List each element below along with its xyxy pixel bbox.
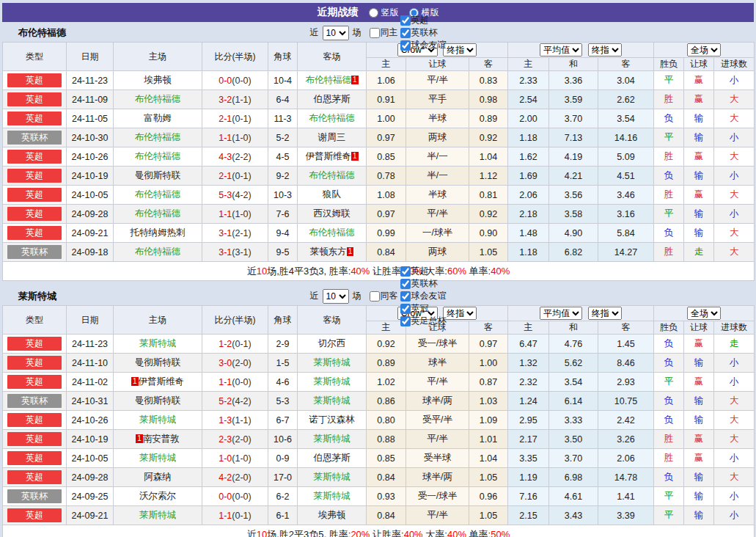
avg-home-cell: 2.00 [508,109,549,128]
odds-away-cell: 0.97 [469,335,508,354]
full-score: 0-0 [219,492,232,502]
avg-away-cell: 3.46 [598,186,654,205]
date-cell: 24-10-05 [67,186,114,205]
league-checkbox[interactable] [400,279,411,289]
games-count-select[interactable]: 10 [323,289,349,304]
match-type-cell: 英超 [3,506,67,525]
away-team-cell: 埃弗顿 [298,506,367,525]
games-count-select[interactable]: 10 [323,26,349,40]
home-team-name: 布伦特福德 [135,132,181,142]
result-goals-cell: 大 [714,224,755,243]
odds-handicap-cell: 一/球半 [406,224,469,243]
odds-stage-select[interactable]: 终指 [443,307,477,320]
corner-cell: 17-0 [268,468,298,487]
league-checkbox-label[interactable]: 英联杯 [400,26,447,39]
result-winloss-cell: 负 [654,392,684,411]
league-checkbox-label[interactable]: 英冠 [400,302,447,315]
league-checkbox-label[interactable]: 英超 [400,14,447,26]
avg-home-cell: 1.18 [508,243,549,262]
page: 近期战绩 竖版 横版 布伦特福德 近 10 场 同主 英超英联杯球会友谊 [0,0,756,537]
odds-handicap-cell: 平/半 [406,71,469,90]
league-checkbox-label[interactable]: 英联杯 [400,277,447,290]
col-avg-home: 主 [508,58,549,71]
home-team-name: 布伦特福德 [135,94,181,104]
league-checkbox-label[interactable]: 球会友谊 [400,290,447,302]
avg-home-cell: 2.33 [508,71,549,90]
full-score: 2-1 [219,114,232,124]
odds-home-cell: 0.80 [367,411,406,430]
avg-away-cell: 10.75 [598,392,654,411]
odds-away-cell: 0.89 [469,109,508,128]
same-venue-checkbox[interactable] [370,291,380,302]
match-type-cell: 英超 [3,468,67,487]
odds-stage-select[interactable]: 终指 [443,43,477,56]
home-team-cell: 布伦特福德 [114,90,202,109]
odds-away-cell: 0.83 [469,71,508,90]
full-score: 2-1 [219,171,232,181]
league-checkbox[interactable] [400,291,411,302]
scope-select[interactable]: 全场 [687,43,721,56]
league-checkbox[interactable] [400,40,411,51]
same-venue-checkbox-label[interactable]: 同主 [369,26,398,39]
away-team-cell: 布伦特福德 [298,167,367,186]
league-checkbox-label[interactable]: 球会友谊 [400,39,447,51]
home-team-cell: 莱斯特城 [114,411,202,430]
league-checkbox-label[interactable]: 英足总杯 [400,315,447,327]
league-checkbox[interactable] [400,28,411,38]
avg-away-cell: 3.16 [598,205,654,224]
odds-away-cell: 1.01 [469,430,508,449]
odds-away-cell: 1.04 [469,449,508,468]
home-team-cell: 沃尔索尔 [114,487,202,506]
away-team-cell: 莱斯特城 [298,354,367,373]
half-score: (4-2) [232,396,251,406]
corner-cell: 6-7 [268,411,298,430]
away-team-cell: 诺丁汉森林 [298,411,367,430]
score-cell: 1-1(1-0) [202,128,268,147]
result-goals-cell: 小 [714,205,755,224]
result-handicap-cell: 输 [684,205,714,224]
result-winloss-cell: 平 [654,373,684,392]
home-team-name: 托特纳姆热刺 [131,227,186,238]
odds-home-cell: 1.00 [367,109,406,128]
avg-source-select[interactable]: 平均值 [540,43,582,56]
col-score: 比分(半场) [202,306,268,335]
section-header-brentford: 布伦特福德 近 10 场 同主 英超英联杯球会友谊 [2,23,754,42]
match-type-cell: 英超 [3,354,67,373]
same-venue-checkbox[interactable] [370,28,380,38]
league-checkbox[interactable] [400,15,411,26]
half-score: (3-1) [232,247,251,257]
league-checkbox[interactable] [400,266,411,277]
odds-away-cell: 0.96 [469,487,508,506]
avg-draw-cell: 3.33 [549,411,598,430]
avg-source-select[interactable]: 平均值 [540,307,582,320]
league-checkbox[interactable] [400,316,411,326]
result-winloss-cell: 负 [654,468,684,487]
col-avg-away: 客 [598,58,654,71]
avg-draw-cell: 3.70 [549,449,598,468]
avg-stage-select[interactable]: 终指 [588,43,622,56]
match-type-cell: 英超 [3,205,67,224]
half-score: (2-0) [232,358,251,368]
result-goals-cell: 大 [714,109,755,128]
avg-stage-select[interactable]: 终指 [588,307,622,320]
table-row: 英超24-10-26莱斯特城1-3(1-1)6-7诺丁汉森林0.80受平/半1.… [3,411,755,430]
score-cell: 3-1(3-1) [202,243,268,262]
col-avg-draw: 和 [549,58,598,71]
odds-away-cell: 1.05 [469,506,508,525]
away-team-name: 西汉姆联 [314,208,351,219]
result-winloss-cell: 负 [654,167,684,186]
home-team-cell: 莱斯特城 [114,335,202,354]
col-result-handicap: 让球 [684,321,714,335]
same-venue-checkbox-label[interactable]: 同客 [369,290,398,302]
result-winloss-cell: 胜 [654,243,684,262]
result-handicap-cell: 走 [684,243,714,262]
scope-select[interactable]: 全场 [687,307,721,320]
date-cell: 24-11-10 [67,354,114,373]
league-checkbox[interactable] [400,304,411,314]
half-score: (0-0) [232,76,251,86]
games-suffix: 场 [353,290,362,302]
odds-home-cell: 0.86 [367,392,406,411]
league-checkbox-label[interactable]: 英超 [400,265,447,277]
avg-home-cell: 7.16 [508,487,549,506]
avg-home-cell: 1.18 [508,128,549,147]
